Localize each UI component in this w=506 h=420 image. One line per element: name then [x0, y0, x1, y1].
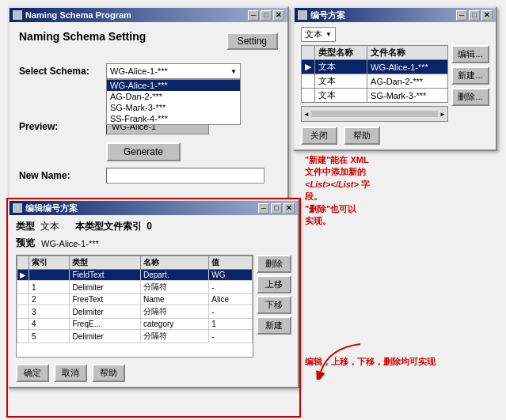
edit-row-3-name: 分隔符 — [140, 305, 208, 319]
edit-maximize[interactable]: □ — [271, 203, 282, 214]
edit-row-4[interactable]: 4 FreqE... category 1 — [17, 319, 253, 330]
edit-delete-button[interactable]: 删除 — [257, 255, 291, 273]
close-btn[interactable]: ✕ — [273, 10, 284, 21]
schema-row-0-type: 文本 — [315, 60, 367, 74]
new-name-label: New Name: — [19, 170, 106, 181]
schema-dropdown[interactable]: WG-Alice-1-*** ▼ — [106, 63, 241, 79]
edit-row-0[interactable]: ▶ FieldText Depart. WG — [17, 270, 253, 281]
schema-close-button[interactable]: 关闭 — [301, 127, 337, 145]
main-title-text: Naming Schema Program — [25, 10, 131, 20]
edit-down-button[interactable]: 下移 — [257, 296, 291, 314]
edit-row-2[interactable]: 2 FreeText Name Alice — [17, 294, 253, 305]
minimize-btn[interactable]: ─ — [248, 10, 259, 21]
edit-confirm-button[interactable]: 确定 — [16, 364, 49, 382]
edit-type-label-text: 类型 — [16, 221, 35, 232]
schema-bottom-buttons: 关闭 帮助 — [301, 127, 489, 145]
new-name-input[interactable] — [106, 168, 264, 184]
schema-list-minimize[interactable]: ─ — [456, 10, 467, 21]
edit-row-0-arrow: ▶ — [17, 270, 29, 281]
maximize-btn[interactable]: □ — [261, 10, 272, 21]
edit-row-2-type: FreeText — [70, 294, 141, 305]
edit-index-label: 本类型文件索引 0 — [75, 220, 152, 233]
edit-row-3-idx: 3 — [29, 305, 70, 319]
schema-row-2[interactable]: 文本 SG-Mark-3-*** — [302, 89, 448, 103]
edit-row-0-value: WG — [209, 270, 253, 281]
edit-col-arrow — [17, 256, 29, 270]
edit-row-2-arrow — [17, 294, 29, 305]
edit-row-2-value: Alice — [209, 294, 253, 305]
edit-close[interactable]: ✕ — [283, 203, 295, 214]
edit-side-buttons: 删除 上移 下移 新建 — [257, 255, 291, 361]
dropdown-option-2[interactable]: SG-Mark-3-*** — [107, 102, 240, 113]
annotation-bottom: 编辑，上移，下移，删除均可实现 — [305, 356, 436, 368]
edit-row-3-arrow — [17, 305, 29, 319]
edit-minimize[interactable]: ─ — [258, 203, 269, 214]
edit-index-label-text: 本类型文件索引 — [75, 221, 142, 232]
schema-row-2-arrow — [302, 89, 315, 103]
edit-body: 索引 类型 名称 值 ▶ FieldText Depart. — [16, 255, 291, 361]
edit-col-type: 类型 — [70, 256, 141, 270]
setting-button[interactable]: Setting — [226, 32, 278, 50]
edit-row-3[interactable]: 3 Delimiter 分隔符 - — [17, 305, 253, 319]
edit-row-5[interactable]: 5 Delimiter 分隔符 - — [17, 330, 253, 343]
schema-row-1[interactable]: 文本 AG-Dan-2-*** — [302, 74, 448, 89]
type-select[interactable]: 文本 ▼ — [301, 27, 336, 42]
schema-list-content: 文本 ▼ 类型名称 文件名称 ▶ — [295, 22, 496, 149]
schema-row-1-arrow — [302, 74, 315, 89]
edit-row-1[interactable]: 1 Delimiter 分隔符 - — [17, 281, 253, 294]
edit-row-5-arrow — [17, 330, 29, 343]
edit-help-button[interactable]: 帮助 — [92, 364, 125, 382]
dropdown-option-1[interactable]: AG-Dan-2-*** — [107, 91, 240, 102]
edit-bottom-buttons: 确定 取消 帮助 — [16, 364, 291, 382]
edit-row-1-idx: 1 — [29, 281, 70, 294]
main-window: Naming Schema Program ─ □ ✕ Naming Schem… — [8, 6, 289, 201]
scroll-left-icon[interactable]: ◄ — [303, 111, 310, 118]
edit-row-4-value: 1 — [209, 319, 253, 330]
schema-row-2-file: SG-Mark-3-*** — [367, 89, 448, 103]
edit-title-text: 编辑编号方案 — [25, 202, 78, 214]
schema-new-button[interactable]: 新建... — [451, 66, 489, 85]
scroll-right-icon[interactable]: ► — [439, 111, 446, 118]
schema-help-button[interactable]: 帮助 — [344, 127, 380, 145]
annotation-top-right: "新建"能在 XML文件中添加新的 <List></List> 字段。 "删除"… — [305, 154, 370, 227]
schema-edit-button[interactable]: 编辑... — [451, 45, 489, 63]
schema-table-container: 类型名称 文件名称 ▶ 文本 WG-Alice-1-*** 文本 — [301, 45, 448, 122]
preview-label: Preview: — [19, 121, 106, 132]
annotation-text-1: "新建"能在 XML文件中添加新的 <List></List> 字段。 "删除"… — [305, 155, 370, 225]
edit-index-value: 0 — [146, 221, 152, 232]
edit-row-4-type: FreqE... — [70, 319, 141, 330]
edit-titlebar: 编辑编号方案 ─ □ ✕ — [10, 201, 298, 215]
edit-row-2-name: Name — [140, 294, 208, 305]
edit-row-1-arrow — [17, 281, 29, 294]
scroll-track — [311, 111, 438, 117]
schema-list-maximize[interactable]: □ — [469, 10, 480, 21]
schema-list-title-text: 编号方案 — [310, 9, 345, 21]
schema-row-0[interactable]: ▶ 文本 WG-Alice-1-*** — [302, 60, 448, 74]
schema-col-file: 文件名称 — [367, 46, 448, 60]
edit-row-2-idx: 2 — [29, 294, 70, 305]
schema-list-toolbar: 文本 ▼ — [301, 27, 489, 42]
edit-row-0-type: FieldText — [70, 270, 141, 281]
schema-list-icon — [298, 10, 307, 20]
edit-row-4-name: category — [140, 319, 208, 330]
new-name-row: New Name: — [19, 168, 278, 184]
schema-list-titlebar: 编号方案 ─ □ ✕ — [295, 8, 496, 22]
schema-delete-button[interactable]: 删除... — [451, 88, 489, 106]
edit-row-3-value: - — [209, 305, 253, 319]
edit-cancel-button[interactable]: 取消 — [54, 364, 87, 382]
schema-list-close[interactable]: ✕ — [481, 10, 493, 21]
schema-dropdown-list: WG-Alice-1-*** AG-Dan-2-*** SG-Mark-3-**… — [106, 79, 241, 125]
edit-new-button[interactable]: 新建 — [257, 316, 291, 335]
edit-table-container: 索引 类型 名称 值 ▶ FieldText Depart. — [16, 255, 253, 358]
edit-up-button[interactable]: 上移 — [257, 275, 291, 293]
schema-row-2-type: 文本 — [315, 89, 367, 103]
dropdown-option-0[interactable]: WG-Alice-1-*** — [107, 80, 240, 91]
schema-col-type: 类型名称 — [315, 46, 367, 60]
generate-button[interactable]: Generate — [106, 142, 181, 161]
annotation-text-2: 编辑，上移，下移，删除均可实现 — [305, 357, 436, 366]
edit-row-5-name: 分隔符 — [140, 330, 208, 343]
schema-row-1-file: AG-Dan-2-*** — [367, 74, 448, 89]
edit-row-1-type: Delimiter — [70, 281, 141, 294]
dropdown-option-3[interactable]: SS-Frank-4-*** — [107, 113, 240, 124]
schema-scrollbar[interactable]: ◄ ► — [301, 106, 448, 122]
